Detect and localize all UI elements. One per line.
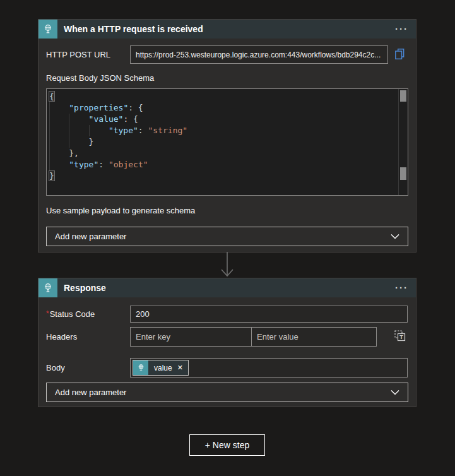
logic-app-designer-canvas: When a HTTP request is received ··· HTTP… [0, 0, 455, 476]
http-post-url-row: HTTP POST URL [46, 45, 408, 64]
status-code-row: *Status Code [46, 306, 408, 323]
use-sample-payload-link[interactable]: Use sample payload to generate schema [46, 206, 195, 215]
response-add-parameter-dropdown[interactable]: Add new parameter [46, 383, 408, 402]
body-value-token[interactable]: value ✕ [133, 360, 189, 376]
trigger-more-actions-button[interactable]: ··· [395, 26, 408, 32]
editor-scrollbar-thumb[interactable] [400, 90, 406, 102]
chevron-down-icon [391, 232, 399, 241]
body-label: Body [46, 363, 130, 372]
add-parameter-label: Add new parameter [55, 232, 126, 241]
response-card: Response ··· *Status Code Headers T [38, 278, 417, 407]
trigger-card-body: HTTP POST URL Request Body JSON Schema {… [38, 39, 416, 246]
response-card-header[interactable]: Response ··· [38, 278, 416, 297]
new-step-button[interactable]: + New step [189, 434, 265, 456]
status-code-input[interactable] [130, 306, 408, 323]
trigger-title: When a HTTP request is received [64, 24, 203, 34]
editor-scrollbar[interactable] [398, 89, 408, 195]
response-card-body: *Status Code Headers T [38, 297, 416, 402]
token-http-icon [133, 360, 148, 375]
response-more-actions-button[interactable]: ··· [395, 285, 408, 291]
connector-arrow [217, 252, 237, 278]
copy-icon [394, 48, 405, 62]
svg-text:T: T [399, 334, 403, 340]
add-parameter-label: Add new parameter [55, 388, 126, 397]
token-remove-icon[interactable]: ✕ [176, 360, 188, 375]
status-code-label: *Status Code [46, 309, 130, 319]
copy-url-button[interactable] [394, 49, 406, 61]
response-title: Response [64, 283, 106, 293]
header-key-input[interactable] [130, 327, 252, 347]
header-value-input[interactable] [251, 327, 377, 347]
trigger-card: When a HTTP request is received ··· HTTP… [38, 19, 417, 253]
headers-text-mode-toggle-button[interactable]: T [394, 330, 406, 343]
headers-label: Headers [46, 332, 130, 342]
http-response-icon [38, 278, 57, 297]
body-input[interactable]: value ✕ [130, 358, 408, 378]
schema-editor-code[interactable]: {"properties": {"value": {"type": "strin… [49, 91, 397, 182]
body-row: Body value ✕ [46, 358, 408, 378]
schema-editor[interactable]: {"properties": {"value": {"type": "strin… [46, 88, 408, 196]
trigger-card-header[interactable]: When a HTTP request is received ··· [38, 20, 416, 39]
editor-overview-mark [400, 167, 406, 180]
text-mode-icon: T [394, 330, 406, 343]
http-post-url-input[interactable] [130, 45, 388, 64]
schema-label: Request Body JSON Schema [46, 73, 408, 83]
chevron-down-icon [391, 388, 399, 397]
token-label: value [148, 360, 176, 375]
http-request-icon [38, 20, 57, 39]
http-post-url-label: HTTP POST URL [46, 50, 130, 59]
trigger-add-parameter-dropdown[interactable]: Add new parameter [46, 227, 408, 246]
required-asterisk: * [46, 309, 49, 318]
headers-row: Headers T [46, 327, 408, 347]
